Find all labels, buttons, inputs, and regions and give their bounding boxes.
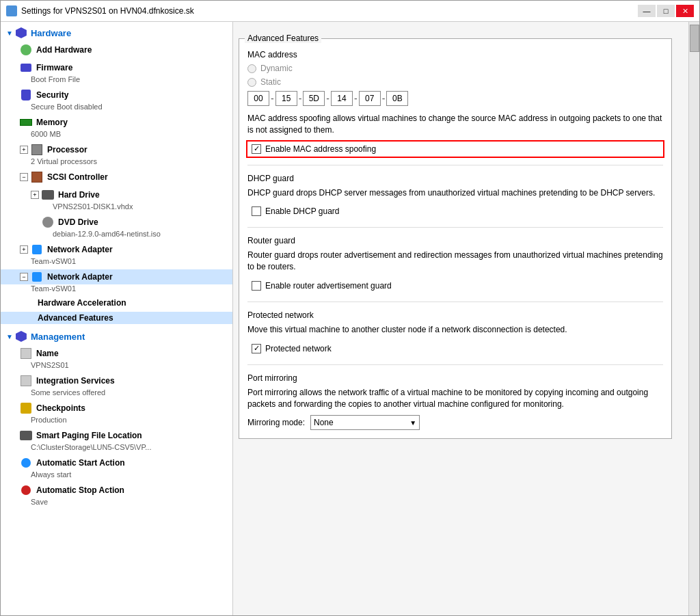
hdd-row[interactable]: + Hard Drive xyxy=(1,187,232,202)
name-row[interactable]: Name xyxy=(1,346,232,361)
autostop-label: Automatic Stop Action xyxy=(36,485,124,495)
mac-address-section: MAC address Dynamic Static xyxy=(247,50,663,157)
autostop-icon-wrap xyxy=(20,484,32,496)
scsi-row[interactable]: − SCSI Controller xyxy=(1,170,232,185)
processor-row[interactable]: + Processor xyxy=(1,142,232,157)
checkpoints-sublabel: Production xyxy=(1,416,232,425)
mac-dynamic-label[interactable]: Dynamic xyxy=(247,64,293,73)
enable-protected-checkbox[interactable] xyxy=(252,344,261,353)
processor-expand[interactable]: + xyxy=(20,146,28,154)
tree-item-integration: Integration Services Some services offer… xyxy=(1,372,232,399)
enable-dhcp-row[interactable]: Enable DHCP guard xyxy=(247,204,663,219)
scsi-icon-wrap xyxy=(31,171,43,183)
hw-accel-row[interactable]: Hardware Acceleration xyxy=(1,297,232,309)
autostop-row[interactable]: Automatic Stop Action xyxy=(1,483,232,498)
content-area: ▼ Hardware Add Hardware xyxy=(1,22,699,615)
name-label: Name xyxy=(36,349,59,358)
mac-spoofing-info: MAC address spoofing allows virtual mach… xyxy=(247,113,663,136)
tree-item-checkpoints: Checkpoints Production xyxy=(1,399,232,427)
checkpoints-label: Checkpoints xyxy=(36,403,85,413)
hardware-section-label: Hardware xyxy=(31,28,71,38)
enable-dhcp-checkbox[interactable] xyxy=(252,206,261,216)
security-sublabel: Secure Boot disabled xyxy=(1,103,232,112)
scrollbar-thumb[interactable] xyxy=(690,25,699,52)
close-button[interactable]: ✕ xyxy=(676,5,694,17)
management-arrow: ▼ xyxy=(6,333,13,340)
enable-spoofing-row[interactable]: Enable MAC address spoofing xyxy=(247,142,663,157)
integration-icon-wrap xyxy=(20,375,32,387)
security-row[interactable]: Security xyxy=(1,88,232,103)
mac-sep-1: - xyxy=(271,93,274,104)
mac-dynamic-text: Dynamic xyxy=(260,64,293,73)
firmware-icon-wrap xyxy=(20,62,32,74)
firmware-sublabel: Boot From File xyxy=(1,75,232,85)
protected-section-title: Protected network xyxy=(247,310,663,320)
scsi-expand[interactable]: − xyxy=(20,173,28,181)
divider-1 xyxy=(247,165,663,165)
enable-spoofing-checkbox[interactable] xyxy=(252,144,261,154)
network1-row[interactable]: + Network Adapter xyxy=(1,242,232,257)
autostop-sublabel: Save xyxy=(1,498,232,507)
mac-octet-5[interactable] xyxy=(359,91,381,106)
mac-dynamic-row: Dynamic xyxy=(247,64,663,73)
hdd-expand[interactable]: + xyxy=(31,191,39,199)
scrollbar[interactable] xyxy=(688,22,699,615)
enable-router-row[interactable]: Enable router advertisement guard xyxy=(247,278,663,293)
mac-section-title: MAC address xyxy=(247,50,663,59)
mirroring-mode-label: Mirroring mode: xyxy=(247,418,305,427)
hardware-section-header[interactable]: ▼ Hardware xyxy=(1,25,232,41)
network2-icon xyxy=(32,272,42,282)
right-panel: Advanced Features MAC address Dynamic xyxy=(233,22,699,615)
tree-item-scsi: − SCSI Controller xyxy=(1,168,232,186)
hardware-arrow: ▼ xyxy=(6,29,13,37)
integration-sublabel: Some services offered xyxy=(1,388,232,398)
firmware-icon xyxy=(21,64,31,72)
maximize-button[interactable]: □ xyxy=(657,5,675,17)
mac-octet-4[interactable] xyxy=(331,91,353,106)
tree-item-processor: + Processor 2 Virtual processors xyxy=(1,141,232,168)
network2-row[interactable]: − Network Adapter xyxy=(1,269,232,284)
autostart-row[interactable]: Automatic Start Action xyxy=(1,455,232,470)
processor-icon xyxy=(31,144,42,155)
mac-octet-1[interactable] xyxy=(247,91,269,106)
management-section-header[interactable]: ▼ Management xyxy=(1,328,232,345)
enable-dhcp-label: Enable DHCP guard xyxy=(265,206,340,216)
paging-row[interactable]: Smart Paging File Location xyxy=(1,428,232,443)
dvd-row[interactable]: DVD Drive xyxy=(1,215,232,230)
processor-icon-wrap xyxy=(31,144,43,156)
mirroring-mode-row: Mirroring mode: None ▼ xyxy=(247,415,663,430)
management-icon xyxy=(16,331,27,342)
paging-icon xyxy=(20,431,32,440)
mac-octet-6[interactable] xyxy=(386,91,408,106)
tree-item-advanced: Advanced Features xyxy=(1,310,232,325)
network1-expand[interactable]: + xyxy=(20,245,28,254)
mac-octet-3[interactable] xyxy=(303,91,325,106)
enable-protected-row[interactable]: Protected network xyxy=(247,341,663,356)
autostart-label: Automatic Start Action xyxy=(36,458,125,468)
integration-row[interactable]: Integration Services xyxy=(1,373,232,388)
enable-router-checkbox[interactable] xyxy=(252,281,261,291)
add-hardware-row[interactable]: Add Hardware xyxy=(1,42,232,57)
enable-protected-label: Protected network xyxy=(265,344,332,353)
memory-row[interactable]: Memory xyxy=(1,115,232,130)
mac-sep-4: - xyxy=(354,93,358,104)
tree-item-autostop: Automatic Stop Action Save xyxy=(1,481,232,509)
autostart-icon-wrap xyxy=(20,457,32,469)
mirroring-mode-select[interactable]: None ▼ xyxy=(310,415,420,430)
mac-static-radio[interactable] xyxy=(247,78,256,87)
mac-octet-2[interactable] xyxy=(275,91,297,106)
network2-expand[interactable]: − xyxy=(20,273,28,281)
processor-label: Processor xyxy=(47,145,88,155)
tree-item-dvd: DVD Drive debian-12.9.0-amd64-netinst.is… xyxy=(1,213,232,241)
tree-item-firmware: Firmware Boot From File xyxy=(1,59,232,86)
minimize-button[interactable]: — xyxy=(638,5,656,17)
router-info-text: Router guard drops router advertisement … xyxy=(247,250,663,273)
mac-dynamic-radio[interactable] xyxy=(247,64,256,73)
advanced-features-content: MAC address Dynamic Static xyxy=(239,39,671,438)
memory-sublabel: 6000 MB xyxy=(1,130,232,139)
mac-static-label[interactable]: Static xyxy=(247,77,281,87)
advanced-row[interactable]: Advanced Features xyxy=(1,312,232,324)
left-panel: ▼ Hardware Add Hardware xyxy=(1,22,233,615)
firmware-row[interactable]: Firmware xyxy=(1,60,232,75)
checkpoints-row[interactable]: Checkpoints xyxy=(1,401,232,416)
